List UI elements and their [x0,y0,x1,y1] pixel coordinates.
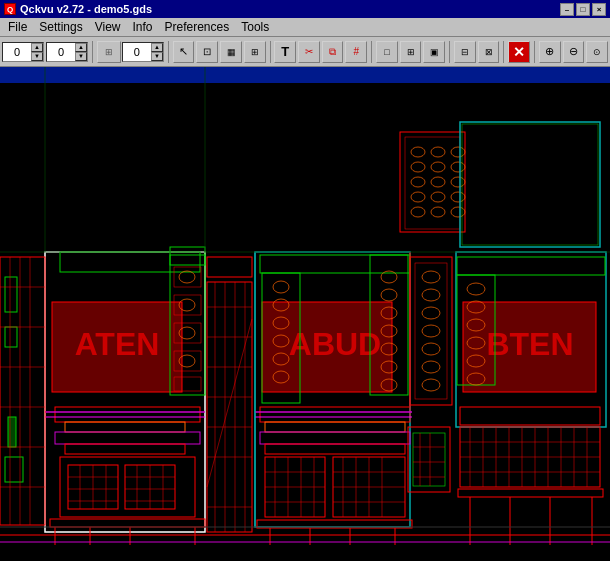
spin-down-3[interactable]: ▼ [151,52,163,61]
full-view-btn[interactable]: ⊞ [244,41,266,63]
transform-btn[interactable]: # [345,41,367,63]
menu-file[interactable]: File [2,19,33,35]
spin-input-2[interactable] [47,43,75,61]
spin-down-1[interactable]: ▼ [31,52,43,61]
maximize-button[interactable]: □ [576,3,590,16]
spin-field-2: ▲ ▼ [46,42,88,62]
separator-1 [92,41,93,63]
separator-2 [168,41,169,63]
separator-6 [503,41,504,63]
spin-up-3[interactable]: ▲ [151,43,163,52]
grid-icon-btn[interactable]: ⊞ [97,41,121,63]
window-controls: – □ × [560,3,606,16]
zoom-rect-btn[interactable]: ⊡ [196,41,218,63]
spin-input-3[interactable] [123,43,151,61]
menu-tools[interactable]: Tools [235,19,275,35]
separator-5 [449,41,450,63]
spin-arrows-1: ▲ ▼ [31,43,43,61]
spin-arrows-2: ▲ ▼ [75,43,87,61]
fit-btn[interactable]: ⊙ [586,41,608,63]
pointer-tool-btn[interactable]: ↖ [173,41,195,63]
svg-rect-33 [8,417,16,447]
window-title: Qckvu v2.72 - demo5.gds [20,3,560,15]
app-icon: Q [4,3,16,15]
text-btn[interactable]: T [274,41,296,63]
layers-btn[interactable]: ⊟ [454,41,476,63]
menu-view[interactable]: View [89,19,127,35]
menu-preferences[interactable]: Preferences [159,19,236,35]
props-btn[interactable]: ⊠ [478,41,500,63]
spin-field-3: ▲ ▼ [122,42,164,62]
gds-svg: ATEN [0,67,610,561]
minimize-button[interactable]: – [560,3,574,16]
spin-input-1[interactable] [3,43,31,61]
menu-info[interactable]: Info [127,19,159,35]
grid-btn[interactable]: ⊞ [400,41,422,63]
app-icon-letter: Q [7,5,13,14]
separator-7 [534,41,535,63]
title-bar: Q Qckvu v2.72 - demo5.gds – □ × [0,0,610,18]
gds-canvas-area[interactable]: ATEN [0,67,610,561]
menu-settings[interactable]: Settings [33,19,88,35]
layout-btn[interactable]: ▦ [220,41,242,63]
zoom-out-btn[interactable]: ⊖ [563,41,585,63]
cut-btn[interactable]: ✂ [298,41,320,63]
cell-label-aten: ATEN [75,326,160,362]
copy-btn[interactable]: ⧉ [322,41,344,63]
stop-btn[interactable]: ✕ [508,41,530,63]
spin-field-1: ▲ ▼ [2,42,44,62]
rect-btn[interactable]: □ [376,41,398,63]
close-button[interactable]: × [592,3,606,16]
zoom-in-btn[interactable]: ⊕ [539,41,561,63]
spin-up-2[interactable]: ▲ [75,43,87,52]
spin-arrows-3: ▲ ▼ [151,43,163,61]
separator-4 [371,41,372,63]
cell-label-abud: ABUD [289,326,381,362]
svg-rect-0 [0,67,610,83]
spin-down-2[interactable]: ▼ [75,52,87,61]
menu-bar: File Settings View Info Preferences Tool… [0,18,610,37]
view-btn[interactable]: ▣ [423,41,445,63]
cell-label-bten: BTEN [486,326,573,362]
spin-up-1[interactable]: ▲ [31,43,43,52]
separator-3 [270,41,271,63]
toolbar: ▲ ▼ ▲ ▼ ⊞ ▲ ▼ ↖ ⊡ ▦ ⊞ T ✂ ⧉ # □ ⊞ ▣ [0,37,610,67]
